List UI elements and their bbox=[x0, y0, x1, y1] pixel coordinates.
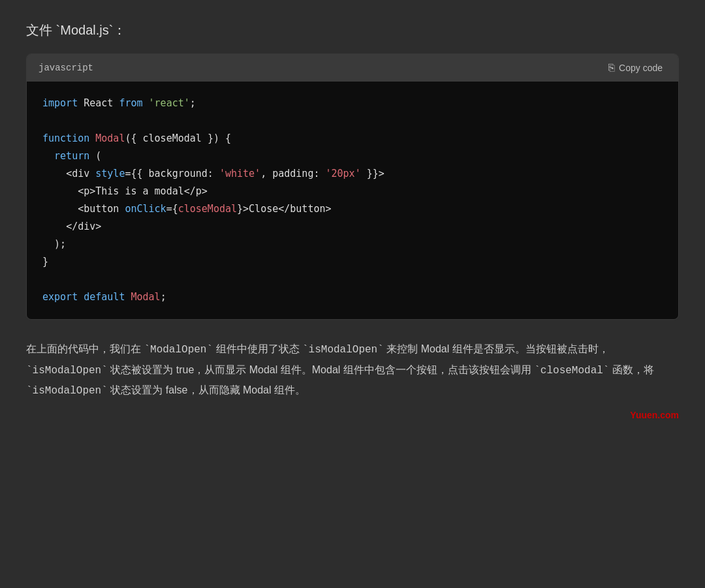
code-content: import React from 'react'; function Moda… bbox=[42, 95, 663, 306]
copy-label: Copy code bbox=[619, 63, 663, 73]
description-block: 在上面的代码中，我们在 `ModalOpen` 组件中使用了状态 `isModa… bbox=[26, 339, 679, 424]
code-header: javascript ⎘ Copy code bbox=[27, 54, 678, 82]
description-text: 在上面的代码中，我们在 `ModalOpen` 组件中使用了状态 `isModa… bbox=[26, 339, 679, 401]
copy-icon: ⎘ bbox=[608, 62, 615, 74]
page-title: 文件 `Modal.js`： bbox=[26, 20, 679, 40]
copy-code-button[interactable]: ⎘ Copy code bbox=[604, 61, 666, 75]
watermark: Yuuen.com bbox=[26, 407, 679, 424]
code-block-wrapper: javascript ⎘ Copy code import React from… bbox=[26, 54, 679, 320]
code-language: javascript bbox=[39, 61, 93, 75]
code-body: import React from 'react'; function Moda… bbox=[27, 82, 678, 319]
page-container: 文件 `Modal.js`： javascript ⎘ Copy code im… bbox=[26, 20, 679, 424]
